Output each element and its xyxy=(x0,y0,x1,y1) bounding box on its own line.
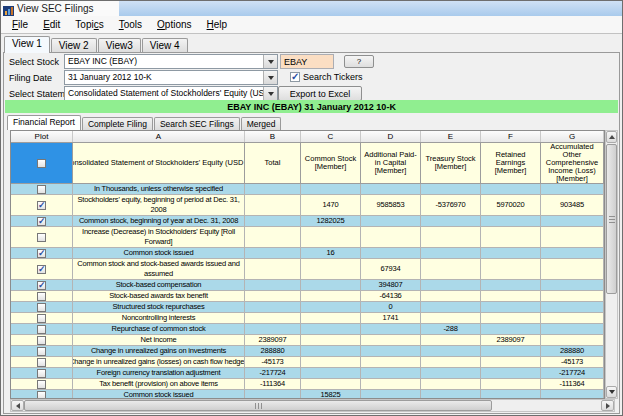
plot-cell xyxy=(11,227,73,248)
view-tab-2[interactable]: View 2 xyxy=(51,38,97,53)
row-label-cell: In Thousands, unless otherwise specified xyxy=(73,184,245,195)
plot-checkbox[interactable] xyxy=(37,325,46,334)
scroll-up-icon[interactable] xyxy=(606,131,617,143)
total-value-cell xyxy=(245,280,301,291)
report-tab-complete-filing[interactable]: Complete Filing xyxy=(82,117,153,130)
common-stock-value-cell: 1470 xyxy=(301,195,361,216)
plot-header-cell xyxy=(11,143,73,184)
title-bar-fill[interactable] xyxy=(119,1,622,16)
total-value-cell: 288880 xyxy=(245,346,301,357)
dropdown-arrow-icon[interactable] xyxy=(263,55,277,68)
statement-dropdown[interactable]: Consolidated Statement of Stockholders' … xyxy=(64,86,278,101)
menu-file[interactable]: File xyxy=(6,18,34,31)
retained-value-cell xyxy=(481,216,541,227)
stock-dropdown[interactable]: EBAY INC (EBAY) xyxy=(64,54,278,69)
total-value-cell: 2389097 xyxy=(245,335,301,346)
plot-checkbox[interactable] xyxy=(37,265,46,274)
aoci-value-cell: 288880 xyxy=(541,346,604,357)
common-stock-value-cell: 1282025 xyxy=(301,216,361,227)
plot-checkbox[interactable] xyxy=(37,369,46,378)
total-value-cell xyxy=(245,248,301,259)
view-tab-1[interactable]: View 1 xyxy=(4,36,50,53)
row-label-cell: Structured stock repurchases xyxy=(73,302,245,313)
retained-value-cell xyxy=(481,368,541,379)
scroll-left-icon[interactable] xyxy=(11,400,24,411)
retained-value-cell xyxy=(481,291,541,302)
plot-checkbox[interactable] xyxy=(37,249,46,258)
title-bar-left: View SEC Filings xyxy=(1,1,119,16)
scroll-down-icon[interactable] xyxy=(606,386,617,398)
plot-cell xyxy=(11,302,73,313)
horizontal-scroll-thumb[interactable] xyxy=(24,400,492,411)
row-label-cell: Repurchase of common stock xyxy=(73,324,245,335)
row-label-cell: Common stock and stock-based awards issu… xyxy=(73,259,245,280)
treasury-value-cell xyxy=(421,227,481,248)
plot-checkbox[interactable] xyxy=(37,314,46,323)
export-to-excel-button[interactable]: Export to Excel xyxy=(278,86,362,101)
column-letter-a: A xyxy=(73,131,245,142)
plot-checkbox[interactable] xyxy=(37,217,46,226)
retained-value-cell xyxy=(481,184,541,195)
vertical-scroll-thumb[interactable] xyxy=(606,144,617,294)
scroll-right-icon[interactable] xyxy=(601,400,614,411)
view-tab-4[interactable]: View 4 xyxy=(142,38,188,53)
plot-checkbox[interactable] xyxy=(37,347,46,356)
plot-checkbox[interactable] xyxy=(37,391,46,400)
row-label-cell: Common stock issued xyxy=(73,248,245,259)
report-tab-search-sec-filings[interactable]: Search SEC Filings xyxy=(154,117,240,130)
menu-edit[interactable]: Edit xyxy=(37,18,66,31)
column-letter-f: F xyxy=(481,131,541,142)
view1-panel: Select Stock Filing Date Select Statemen… xyxy=(3,52,620,414)
table-row: Net income23890972389097 xyxy=(11,335,604,346)
menu-help[interactable]: Help xyxy=(201,18,234,31)
table-row: Change in unrealized gains (losses) on c… xyxy=(11,357,604,368)
common-stock-value-cell xyxy=(301,335,361,346)
apic-value-cell xyxy=(361,216,421,227)
ticker-input[interactable]: EBAY xyxy=(280,54,334,69)
common-stock-value-cell xyxy=(301,259,361,280)
report-tab-financial-report[interactable]: Financial Report xyxy=(7,115,81,130)
search-tickers-checkbox[interactable] xyxy=(290,72,300,82)
retained-value-cell xyxy=(481,324,541,335)
table-row: Tax benefit (provision) on above items-1… xyxy=(11,379,604,390)
plot-checkbox[interactable] xyxy=(37,233,46,242)
plot-checkbox[interactable] xyxy=(37,185,46,194)
plot-checkbox[interactable] xyxy=(37,281,46,290)
aoci-value-cell xyxy=(541,280,604,291)
view-tab-3[interactable]: View3 xyxy=(98,38,141,53)
report-tab-merged[interactable]: Merged xyxy=(241,117,282,130)
total-value-cell: -111364 xyxy=(245,379,301,390)
plot-select-all-checkbox[interactable] xyxy=(37,159,46,168)
menu-tools[interactable]: Tools xyxy=(113,18,148,31)
plot-checkbox[interactable] xyxy=(37,358,46,367)
dropdown-arrow-icon[interactable] xyxy=(263,87,277,100)
column-letter-e: E xyxy=(421,131,481,142)
plot-checkbox[interactable] xyxy=(37,380,46,389)
apic-value-cell xyxy=(361,335,421,346)
plot-cell xyxy=(11,335,73,346)
apic-value-cell xyxy=(361,184,421,195)
aoci-value-cell xyxy=(541,259,604,280)
common-stock-value-cell xyxy=(301,313,361,324)
total-value-cell: -217724 xyxy=(245,368,301,379)
treasury-value-cell xyxy=(421,184,481,195)
dropdown-arrow-icon[interactable] xyxy=(263,71,277,84)
horizontal-scrollbar[interactable] xyxy=(10,399,615,412)
apic-value-cell xyxy=(361,248,421,259)
plot-checkbox[interactable] xyxy=(37,336,46,345)
common-stock-value-cell xyxy=(301,302,361,313)
aoci-value-cell: -217724 xyxy=(541,368,604,379)
plot-checkbox[interactable] xyxy=(37,292,46,301)
treasury-value-cell xyxy=(421,390,481,399)
vertical-scrollbar[interactable] xyxy=(605,130,618,399)
menu-options[interactable]: Options xyxy=(151,18,197,31)
menu-topics[interactable]: Topics xyxy=(69,18,109,31)
filing-date-dropdown[interactable]: 31 January 2012 10-K xyxy=(64,70,278,85)
report-tab-strip: Financial ReportComplete FilingSearch SE… xyxy=(5,114,282,130)
plot-checkbox[interactable] xyxy=(37,303,46,312)
plot-cell xyxy=(11,368,73,379)
plot-checkbox[interactable] xyxy=(37,201,46,210)
help-button[interactable]: ? xyxy=(344,55,374,68)
apic-value-cell xyxy=(361,379,421,390)
column-letter-d: D xyxy=(361,131,421,142)
